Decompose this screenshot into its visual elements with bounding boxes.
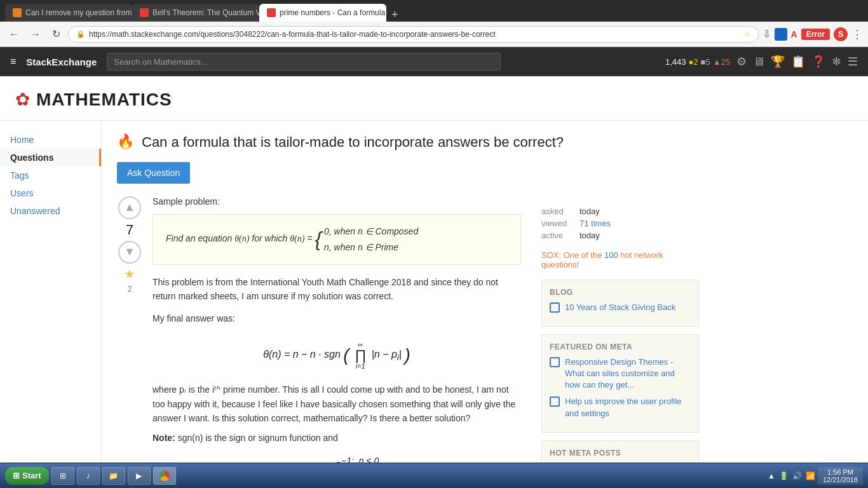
url-bar[interactable]: 🔒 https://math.stackexchange.com/questio… bbox=[68, 26, 759, 43]
vote-down-button[interactable]: ▼ bbox=[118, 241, 141, 264]
refresh-button[interactable]: ↻ bbox=[48, 25, 64, 43]
search-input[interactable] bbox=[107, 53, 501, 71]
nav-right: ⇩ A Error S ⋮ bbox=[763, 27, 863, 41]
profile-icon[interactable]: S bbox=[834, 27, 848, 41]
bookmark-icon[interactable]: ☆ bbox=[744, 30, 750, 38]
question-header: 🔥 Can a formula that is tailor-made to i… bbox=[117, 133, 709, 152]
nav-bar: ← → ↻ 🔒 https://math.stackexchange.com/q… bbox=[0, 22, 868, 47]
tab-3-label: prime numbers - Can a formula t... bbox=[280, 8, 386, 17]
tray-up-icon[interactable]: ▲ bbox=[768, 471, 775, 480]
trophy-icon[interactable]: 🏆 bbox=[771, 55, 785, 69]
tab-bar: Can I remove my question from... ✕ Bell'… bbox=[0, 0, 868, 22]
sidebar-item-questions[interactable]: Questions bbox=[0, 149, 101, 166]
viewed-value: 71 times bbox=[580, 219, 611, 228]
clock[interactable]: 1:56 PM 12/21/2018 bbox=[818, 467, 863, 485]
taskbar-windows-icon: ⊞ bbox=[60, 471, 66, 480]
hot-network-link[interactable]: 100 bbox=[604, 250, 618, 260]
paren-right: ) bbox=[404, 345, 410, 365]
sidebar-item-unanswered[interactable]: Unanswered bbox=[0, 202, 101, 220]
blog-link-1[interactable]: 10 Years of Stack Giving Back bbox=[565, 302, 675, 313]
menu-icon[interactable]: ⋮ bbox=[851, 27, 863, 41]
site-logo[interactable]: ✿ MATHEMATICS bbox=[15, 89, 853, 110]
viewed-row: viewed 71 times bbox=[541, 219, 699, 228]
asked-value: today bbox=[580, 207, 600, 216]
sample-problem-label: Sample problem: bbox=[153, 196, 521, 207]
vote-up-button[interactable]: ▲ bbox=[118, 196, 141, 219]
extension-icon[interactable] bbox=[775, 28, 787, 41]
featured-meta-link-1[interactable]: Responsive Design Themes - What can site… bbox=[565, 356, 691, 391]
viewed-label: viewed bbox=[541, 219, 574, 228]
active-label: active bbox=[541, 231, 574, 240]
error-badge[interactable]: Error bbox=[801, 29, 830, 40]
review-icon[interactable]: 📋 bbox=[791, 55, 805, 69]
taskbar-btn-chrome[interactable] bbox=[153, 467, 176, 485]
sidebar-item-users[interactable]: Users bbox=[0, 184, 101, 202]
tray-network-icon: 📶 bbox=[806, 471, 815, 480]
start-button[interactable]: ⊞ Start bbox=[5, 467, 49, 485]
math-box: Find an equation θ(n) for which θ(n) = {… bbox=[153, 214, 521, 265]
pdf-icon[interactable]: A bbox=[791, 29, 797, 39]
rep-score: 1,443 bbox=[665, 57, 686, 67]
active-value: today bbox=[580, 231, 600, 240]
featured-meta-item-2: Help us improve the user profile and set… bbox=[550, 396, 691, 419]
paren-left: ( bbox=[343, 345, 349, 365]
theta-var: θ(n) bbox=[234, 234, 249, 243]
brace-left: { bbox=[315, 228, 322, 251]
reputation-badge: 1,443 ●2 ■5 ▲25 bbox=[665, 57, 730, 67]
snowflake-icon[interactable]: ❄ bbox=[832, 55, 841, 69]
new-tab-button[interactable]: + bbox=[386, 8, 403, 22]
forward-button[interactable]: → bbox=[27, 26, 44, 43]
theta-eq: θ(n) bbox=[290, 234, 304, 243]
inbox-icon[interactable]: 🖥 bbox=[753, 55, 764, 69]
clock-date: 12/21/2018 bbox=[823, 476, 858, 484]
hot-text-prefix: SOX: One of the bbox=[541, 250, 604, 260]
tab-3[interactable]: prime numbers - Can a formula t... ✕ bbox=[259, 4, 386, 22]
taskbar-chrome-icon bbox=[159, 471, 170, 481]
product-notation: ∞ ∏ i=1 bbox=[355, 341, 366, 370]
question-para3: where pᵢ is the iᵗʰ prime number. This i… bbox=[153, 383, 521, 425]
taskbar-btn-video[interactable]: ▶ bbox=[128, 467, 151, 485]
url-text: https://math.stackexchange.com/questions… bbox=[89, 30, 740, 39]
note-text: sgn(n) is the sign or signum function an… bbox=[178, 433, 338, 443]
featured-meta-link-2[interactable]: Help us improve the user profile and set… bbox=[565, 396, 691, 419]
sidebar-item-tags[interactable]: Tags bbox=[0, 166, 101, 184]
hamburger-icon[interactable]: ≡ bbox=[10, 56, 16, 67]
main-formula: θ(n) = n − n · sgn ( ∞ ∏ i=1 |n − pi| ) bbox=[153, 333, 521, 377]
sidebar-item-home[interactable]: Home bbox=[0, 131, 101, 149]
taskbar-btn-folder[interactable]: 📁 bbox=[102, 467, 125, 485]
start-label: Start bbox=[22, 471, 41, 480]
prod-sub: i=1 bbox=[356, 362, 365, 370]
tab-1-favicon bbox=[13, 8, 22, 17]
question-title: Can a formula that is tailor-made to inc… bbox=[142, 133, 564, 152]
stackexchange-icon[interactable]: ☰ bbox=[848, 55, 858, 69]
gear-icon[interactable]: ⚙ bbox=[736, 55, 747, 69]
clock-time: 1:56 PM bbox=[823, 468, 858, 476]
tray-volume-icon[interactable]: 🔊 bbox=[792, 471, 802, 480]
back-button[interactable]: ← bbox=[5, 26, 23, 43]
featured-meta-section: FEATURED ON META Responsive Design Theme… bbox=[541, 334, 699, 433]
sidebar: Home Questions Tags Users Unanswered bbox=[0, 121, 102, 488]
question-body: ▲ 7 ▼ ★ 2 Sample problem: Find an equati… bbox=[117, 196, 709, 488]
taskbar-btn-media[interactable]: ♪ bbox=[77, 467, 100, 485]
site-header: ✿ MATHEMATICS bbox=[0, 76, 868, 121]
se-logo[interactable]: StackExchange bbox=[26, 57, 97, 67]
featured-meta-icon-1 bbox=[550, 357, 560, 367]
help-icon[interactable]: ❓ bbox=[811, 55, 825, 69]
ask-question-button[interactable]: Ask Question bbox=[117, 162, 190, 184]
tab-2[interactable]: Bell's Theorem: The Quantum Ve... ✕ bbox=[132, 4, 259, 22]
site-logo-text: MATHEMATICS bbox=[36, 90, 172, 110]
asked-row: asked today bbox=[541, 207, 699, 216]
vote-down-icon: ▼ bbox=[124, 245, 135, 259]
lock-icon: 🔒 bbox=[76, 30, 85, 38]
asked-label: asked bbox=[541, 207, 574, 216]
featured-meta-item-1: Responsive Design Themes - What can site… bbox=[550, 356, 691, 391]
favorite-button[interactable]: ★ bbox=[124, 266, 135, 281]
tab-2-favicon bbox=[140, 8, 149, 17]
silver-badge: ■5 bbox=[701, 57, 710, 67]
se-header: ≡ StackExchange 1,443 ●2 ■5 ▲25 ⚙ 🖥 🏆 📋 … bbox=[0, 47, 868, 76]
tab-2-label: Bell's Theorem: The Quantum Ve... bbox=[153, 8, 259, 17]
blog-icon-1 bbox=[550, 302, 560, 313]
tab-1[interactable]: Can I remove my question from... ✕ bbox=[5, 4, 132, 22]
download-icon[interactable]: ⇩ bbox=[763, 28, 771, 40]
taskbar-btn-windows[interactable]: ⊞ bbox=[51, 467, 74, 485]
